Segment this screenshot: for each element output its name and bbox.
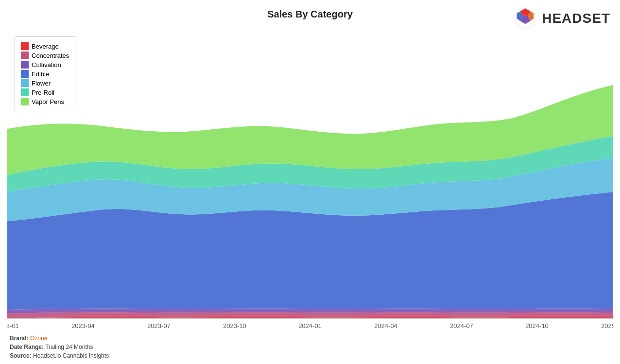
legend-color-flower [21, 79, 29, 87]
footer-date-range: Date Range: Trailing 24 Months [10, 343, 109, 351]
legend-label-preroll: Pre-Roll [32, 89, 54, 96]
headset-logo-text: HEADSET [542, 11, 610, 26]
source-value: Headset.io Cannabis Insights [33, 352, 109, 359]
legend-color-vaporpens [21, 98, 29, 105]
area-chart-svg: 2023-01 2023-04 2023-07 2023-10 2024-01 … [7, 32, 613, 335]
date-range-label: Date Range: [10, 344, 44, 350]
x-label-2024-10: 2024-10 [525, 322, 549, 329]
legend-label-flower: Flower [32, 80, 51, 87]
legend-item-edible: Edible [21, 70, 69, 78]
legend-item-preroll: Pre-Roll [21, 88, 69, 96]
brand-label: Brand: [10, 335, 29, 342]
headset-logo: HEADSET [513, 6, 610, 31]
legend-color-preroll [21, 88, 29, 96]
legend-item-beverage: Beverage [21, 42, 69, 50]
legend-label-beverage: Beverage [32, 43, 59, 50]
legend-item-concentrates: Concentrates [21, 52, 69, 59]
legend-label-cultivation: Cultivation [32, 61, 61, 69]
source-label: Source: [10, 352, 32, 359]
legend-label-vaporpens: Vapor Pens [32, 98, 64, 105]
legend-item-cultivation: Cultivation [21, 61, 69, 69]
headset-logo-icon [513, 6, 538, 31]
date-range-value: Trailing 24 Months [45, 344, 93, 350]
x-label-2023-04: 2023-04 [71, 322, 95, 329]
legend-item-flower: Flower [21, 79, 69, 87]
legend-color-cultivation [21, 61, 29, 69]
chart-legend: Beverage Concentrates Cultivation Edible… [15, 36, 75, 111]
legend-label-concentrates: Concentrates [32, 52, 69, 59]
x-label-2023-10: 2023-10 [223, 322, 246, 329]
x-label-2024-01: 2024-01 [298, 322, 322, 329]
footer-brand: Brand: Ozone [10, 334, 109, 343]
legend-color-edible [21, 70, 29, 78]
legend-label-edible: Edible [32, 70, 49, 78]
legend-item-vaporpens: Vapor Pens [21, 98, 69, 105]
x-label-2024-04: 2024-04 [374, 322, 397, 329]
x-label-2023-01: 2023-01 [7, 322, 19, 329]
legend-color-beverage [21, 42, 29, 50]
chart-container: HEADSET Sales By Category Beverage Conce… [0, 0, 620, 364]
brand-value: Ozone [30, 335, 47, 342]
legend-color-concentrates [21, 52, 29, 59]
chart-area: 2023-01 2023-04 2023-07 2023-10 2024-01 … [7, 32, 613, 335]
x-label-2023-07: 2023-07 [147, 322, 171, 329]
footer-info: Brand: Ozone Date Range: Trailing 24 Mon… [10, 334, 109, 360]
x-label-2025-01: 2025-01 [601, 322, 613, 329]
footer-source: Source: Headset.io Cannabis Insights [10, 351, 109, 360]
x-label-2024-07: 2024-07 [450, 322, 473, 329]
